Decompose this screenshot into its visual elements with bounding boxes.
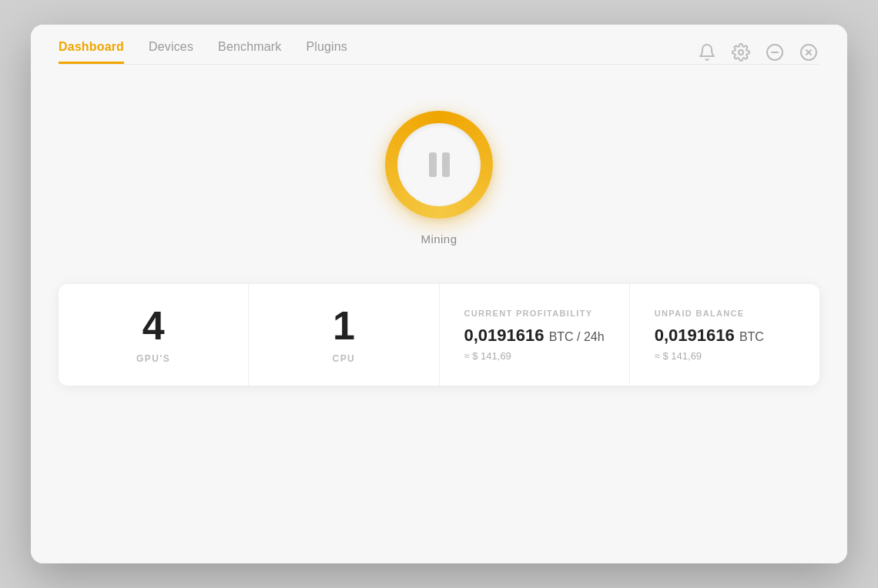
gpu-label: GPU'S xyxy=(136,353,170,364)
profitability-section-label: CURRENT PROFITABILITY xyxy=(464,309,593,318)
window-controls xyxy=(696,42,819,63)
pause-bar-right xyxy=(442,152,450,177)
mining-toggle-button[interactable] xyxy=(385,111,493,219)
nav-item-benchmark[interactable]: Benchmark xyxy=(218,40,281,64)
svg-point-0 xyxy=(739,50,743,55)
nav-item-plugins[interactable]: Plugins xyxy=(306,40,347,64)
balance-usd: ≈ $ 141,69 xyxy=(655,350,702,362)
stats-row: 4 GPU'S 1 CPU CURRENT PROFITABILITY 0,01… xyxy=(59,284,819,386)
settings-icon[interactable] xyxy=(730,42,752,63)
close-icon[interactable] xyxy=(798,42,819,63)
nav-item-devices[interactable]: Devices xyxy=(149,40,193,64)
gpu-stat-card: 4 GPU'S xyxy=(59,284,249,386)
profitability-card: CURRENT PROFITABILITY 0,0191616 BTC / 24… xyxy=(440,284,630,386)
nav-bar: Dashboard Devices Benchmark Plugins xyxy=(59,40,347,64)
profitability-usd: ≈ $ 141,69 xyxy=(464,350,511,362)
profitability-value: 0,0191616 BTC / 24h xyxy=(464,326,605,346)
cpu-count: 1 xyxy=(333,306,355,346)
pause-bar-left xyxy=(429,152,437,177)
top-bar: Dashboard Devices Benchmark Plugins xyxy=(31,25,847,64)
notification-icon[interactable] xyxy=(696,42,718,63)
balance-section-label: UNPAID BALANCE xyxy=(655,309,745,318)
mining-status-label: Mining xyxy=(421,232,457,246)
mining-button-inner xyxy=(397,123,481,206)
cpu-stat-card: 1 CPU xyxy=(249,284,439,386)
mining-button-container: Mining xyxy=(385,111,493,246)
main-content: Mining 4 GPU'S 1 CPU CURRENT PROFITABILI… xyxy=(31,65,847,525)
pause-icon xyxy=(429,152,450,177)
minimize-icon[interactable] xyxy=(764,42,786,63)
balance-unit: BTC xyxy=(739,330,764,343)
cpu-label: CPU xyxy=(333,353,356,364)
balance-card: UNPAID BALANCE 0,0191616 BTC ≈ $ 141,69 xyxy=(630,284,819,386)
app-window: Dashboard Devices Benchmark Plugins xyxy=(31,25,847,563)
nav-item-dashboard[interactable]: Dashboard xyxy=(59,40,124,64)
gpu-count: 4 xyxy=(142,306,165,346)
balance-value: 0,0191616 BTC xyxy=(655,326,764,346)
bottom-area xyxy=(31,525,847,563)
profitability-unit: BTC / 24h xyxy=(549,330,605,343)
